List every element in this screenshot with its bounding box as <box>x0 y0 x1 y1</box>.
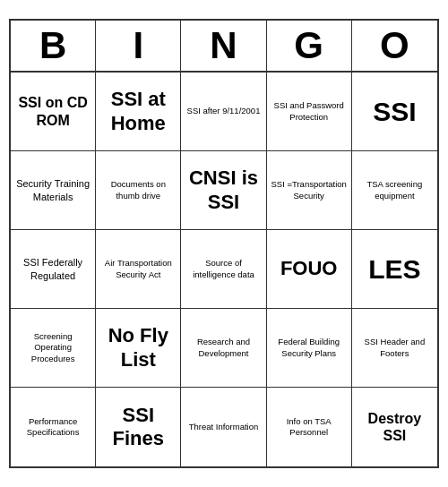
bingo-cell-19: SSI Header and Footers <box>352 309 437 388</box>
bingo-cell-18: Federal Building Security Plans <box>267 309 352 388</box>
cell-text-2: SSI after 9/11/2001 <box>187 106 261 116</box>
cell-text-24: Destroy SSI <box>356 410 434 444</box>
cell-text-13: FOUO <box>280 257 338 280</box>
cell-text-0: SSI on CD ROM <box>14 94 91 128</box>
bingo-letter-n: N <box>181 21 266 71</box>
bingo-grid: SSI on CD ROMSSI at HomeSSI after 9/11/2… <box>11 73 437 466</box>
cell-text-17: Research and Development <box>185 337 262 359</box>
bingo-cell-23: Info on TSA Personnel <box>267 388 352 466</box>
cell-text-12: Source of intelligence data <box>185 258 262 280</box>
bingo-letter-b: B <box>11 21 96 71</box>
bingo-card: BINGO SSI on CD ROMSSI at HomeSSI after … <box>9 19 439 468</box>
cell-text-14: LES <box>368 252 420 286</box>
bingo-cell-4: SSI <box>352 73 437 151</box>
bingo-letter-o: O <box>352 21 437 71</box>
cell-text-9: TSA screening equipment <box>356 179 434 201</box>
cell-text-6: Documents on thumb drive <box>99 179 177 201</box>
cell-text-3: SSI and Password Protection <box>271 100 348 123</box>
bingo-cell-11: Air Transportation Security Act <box>96 230 181 309</box>
bingo-cell-3: SSI and Password Protection <box>267 73 352 151</box>
bingo-cell-24: Destroy SSI <box>352 388 437 466</box>
cell-text-8: SSI =Transportation Security <box>271 179 348 201</box>
cell-text-20: Performance Specifications <box>14 416 91 439</box>
cell-text-4: SSI <box>373 94 416 129</box>
cell-text-7: CNSI is SSI <box>185 167 262 214</box>
bingo-cell-16: No Fly List <box>96 309 181 388</box>
cell-text-18: Federal Building Security Plans <box>271 337 348 359</box>
cell-text-11: Air Transportation Security Act <box>99 258 177 280</box>
bingo-cell-1: SSI at Home <box>96 73 181 151</box>
bingo-header: BINGO <box>11 21 437 73</box>
cell-text-1: SSI at Home <box>99 88 177 135</box>
cell-text-19: SSI Header and Footers <box>356 337 434 359</box>
bingo-cell-17: Research and Development <box>181 309 266 388</box>
bingo-cell-6: Documents on thumb drive <box>96 151 181 230</box>
bingo-cell-12: Source of intelligence data <box>181 230 266 309</box>
bingo-cell-2: SSI after 9/11/2001 <box>181 73 266 151</box>
cell-text-22: Threat Information <box>189 422 259 432</box>
cell-text-23: Info on TSA Personnel <box>271 416 348 439</box>
bingo-cell-21: SSI Fines <box>96 388 181 466</box>
bingo-cell-5: Security Training Materials <box>11 151 96 230</box>
bingo-cell-20: Performance Specifications <box>11 388 96 466</box>
bingo-cell-8: SSI =Transportation Security <box>267 151 352 230</box>
bingo-cell-14: LES <box>352 230 437 309</box>
bingo-cell-9: TSA screening equipment <box>352 151 437 230</box>
cell-text-16: No Fly List <box>99 324 177 372</box>
bingo-cell-15: Screening Operating Procedures <box>11 309 96 388</box>
bingo-cell-0: SSI on CD ROM <box>11 73 96 151</box>
cell-text-10: SSI Federally Regulated <box>14 256 91 282</box>
bingo-cell-7: CNSI is SSI <box>181 151 266 230</box>
bingo-letter-i: I <box>96 21 181 71</box>
bingo-cell-10: SSI Federally Regulated <box>11 230 96 309</box>
bingo-cell-22: Threat Information <box>181 388 266 466</box>
bingo-cell-13: FOUO <box>267 230 352 309</box>
cell-text-15: Screening Operating Procedures <box>14 331 91 364</box>
cell-text-21: SSI Fines <box>99 404 177 451</box>
bingo-letter-g: G <box>267 21 352 71</box>
cell-text-5: Security Training Materials <box>14 177 91 203</box>
